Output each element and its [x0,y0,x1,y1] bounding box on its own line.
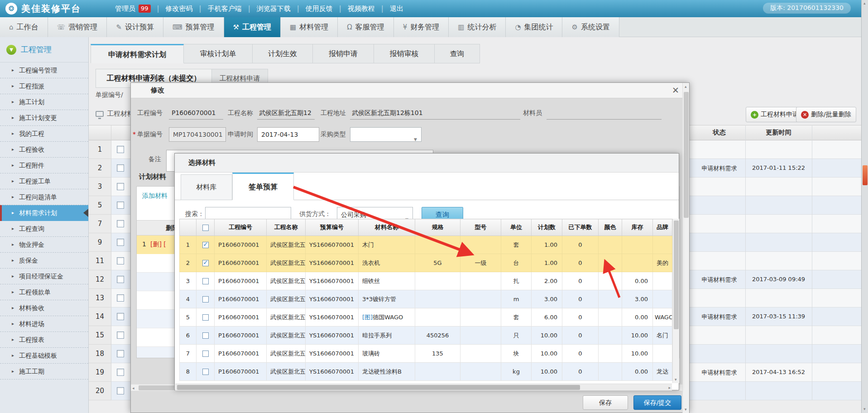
picker-vscrollbar[interactable]: ▾ [672,219,679,383]
row-checkbox[interactable] [117,183,124,190]
page-scroll-thumb[interactable] [863,165,868,185]
tab-contract-budget[interactable]: 签单预算 [232,173,294,200]
sidebar-item-工程指派[interactable]: ▸工程指派 [0,78,88,94]
row-checkbox[interactable] [117,146,124,153]
sidebar-item-施工工期[interactable]: ▸施工工期 [0,364,88,379]
sidebar-item-项目经理保证金[interactable]: ▸项目经理保证金 [0,269,88,284]
row-number: 4 [180,290,197,308]
nav-item-工程管理[interactable]: ⚒工程管理 [224,17,281,37]
sidebar-item-工程附件[interactable]: ▸工程附件 [0,158,88,173]
topbar-link[interactable]: 退出 [390,5,403,13]
date-input[interactable]: 2017-04-13 [257,127,319,142]
scroll-right-icon[interactable]: ▸ [668,385,671,390]
page-scrollbar[interactable]: ▴ ▾ [861,0,868,413]
topbar-link[interactable]: 修改密码 [166,5,193,13]
modal-vscrollbar[interactable]: ▴ ▾ [682,83,689,413]
cell-color [599,254,622,272]
hscroll-thumb[interactable] [177,385,580,390]
nav-item-集团统计[interactable]: ◔集团统计 [506,17,562,37]
sidebar-item-材料进场[interactable]: ▸材料进场 [0,316,88,332]
topbar-link[interactable]: 手机客户端 [208,5,242,13]
apply-material-button[interactable]: + 工程材料申请 [746,107,804,122]
doc-no-input[interactable]: MP1704130001 [169,127,226,142]
row-checkbox[interactable] [202,351,209,357]
tab-material-library[interactable]: 材料库 [181,174,232,200]
row-checkbox[interactable] [117,220,124,227]
row-checkbox[interactable] [117,387,124,394]
sidebar-item-施工计划变更[interactable]: ▸施工计划变更 [0,110,88,126]
topbar-link[interactable]: 浏览器下载 [257,5,291,13]
scroll-up-icon[interactable]: ▴ [685,84,687,89]
row-checkbox[interactable] [117,369,124,376]
select-all-checkbox[interactable] [202,225,209,231]
user-label[interactable]: 管理员 [115,5,135,13]
sidebar-item-工程领款单[interactable]: ▸工程领款单 [0,284,88,300]
row-checkbox[interactable] [202,260,209,266]
row-checkbox[interactable] [117,313,124,320]
sidebar-item-质保金[interactable]: ▸质保金 [0,253,88,269]
row-checkbox[interactable] [202,314,209,321]
delete-batch-button[interactable]: ✕ 删除/批量删除 [796,107,856,122]
sidebar-item-物业押金[interactable]: ▸物业押金 [0,237,88,253]
nav-item-工作台[interactable]: ⌂工作台 [0,17,48,37]
sidebar-item-工程派工单[interactable]: ▸工程派工单 [0,173,88,189]
sidebar-item-工程编号管理[interactable]: ▸工程编号管理 [0,62,88,78]
sidebar-item-施工计划[interactable]: ▸施工计划 [0,94,88,110]
nav-item-预算管理[interactable]: ⌨预算管理 [163,17,224,37]
cell-budget: YS1606070001 [306,345,359,363]
row-checkbox[interactable] [117,276,124,283]
nav-item-营销管理[interactable]: ☏营销管理 [48,17,107,37]
row-checkbox[interactable] [202,242,209,248]
vscroll-thumb[interactable] [674,221,679,329]
picker-hscrollbar[interactable]: ▸ [175,384,672,390]
row-checkbox[interactable] [117,202,124,209]
sidebar-item-工程验收[interactable]: ▸工程验收 [0,142,88,158]
vscroll-thumb[interactable] [684,92,689,218]
row-checkbox[interactable] [117,331,124,339]
add-material-button[interactable]: 添加材料 [142,192,168,200]
sidebar-header[interactable]: ▼ 工程管理 [0,37,88,62]
purchase-select[interactable]: ▼ [350,127,422,142]
sidebar-item-工程报表[interactable]: ▸工程报表 [0,332,88,348]
row-checkbox[interactable] [202,296,209,303]
nav-item-财务管理[interactable]: ¥财务管理 [394,17,449,37]
row-checkbox[interactable] [117,164,124,172]
row-checkbox[interactable] [117,350,124,357]
tab-计划生效[interactable]: 计划生效 [253,44,313,63]
image-link[interactable]: [图] [362,314,373,321]
nav-item-客服管理[interactable]: Ω客服管理 [338,17,393,37]
scroll-down-icon[interactable]: ▾ [863,407,866,411]
topbar-link[interactable]: 使用反馈 [306,5,333,13]
nav-item-材料管理[interactable]: ▦材料管理 [281,17,338,37]
row-checkbox[interactable] [117,239,124,246]
scroll-left-icon[interactable]: ◂ [132,386,134,390]
close-icon[interactable]: ✕ [672,85,679,95]
nav-item-统计分析[interactable]: ▥统计分析 [449,17,506,37]
delete-row-link[interactable]: [删] [ [150,240,166,249]
row-checkbox[interactable] [202,332,209,339]
tab-审核计划单[interactable]: 审核计划单 [184,44,253,63]
save-button[interactable]: 保存 [583,395,628,410]
tab-报销申请[interactable]: 报销申请 [313,44,374,63]
row-checkbox[interactable] [202,369,209,375]
tab-申请材料需求计划[interactable]: 申请材料需求计划 [91,44,184,63]
nav-item-label: 材料管理 [299,17,328,37]
sidebar-item-材料验收[interactable]: ▸材料验收 [0,300,88,316]
tab-报销审核[interactable]: 报销审核 [374,44,435,63]
scroll-down-icon[interactable]: ▾ [685,407,687,412]
row-checkbox[interactable] [202,278,209,284]
scroll-up-icon[interactable]: ▴ [863,1,866,5]
sidebar-item-工程查询[interactable]: ▸工程查询 [0,221,88,237]
sidebar-item-工程问题清单[interactable]: ▸工程问题清单 [0,189,88,205]
topbar-link[interactable]: 视频教程 [348,5,375,13]
nav-item-设计预算[interactable]: ✎设计预算 [107,17,163,37]
scroll-down-icon[interactable]: ▾ [675,377,677,382]
sidebar-item-工程基础模板[interactable]: ▸工程基础模板 [0,348,88,364]
nav-item-系统设置[interactable]: ⚙系统设置 [562,17,619,37]
sidebar-item-材料需求计划[interactable]: ▸材料需求计划 [0,205,88,221]
row-checkbox[interactable] [117,257,124,264]
tab-查询[interactable]: 查询 [435,44,480,63]
save-submit-button[interactable]: 保存/提交 [633,395,681,410]
sidebar-item-我的工程[interactable]: ▸我的工程 [0,126,88,142]
row-checkbox[interactable] [117,294,124,302]
